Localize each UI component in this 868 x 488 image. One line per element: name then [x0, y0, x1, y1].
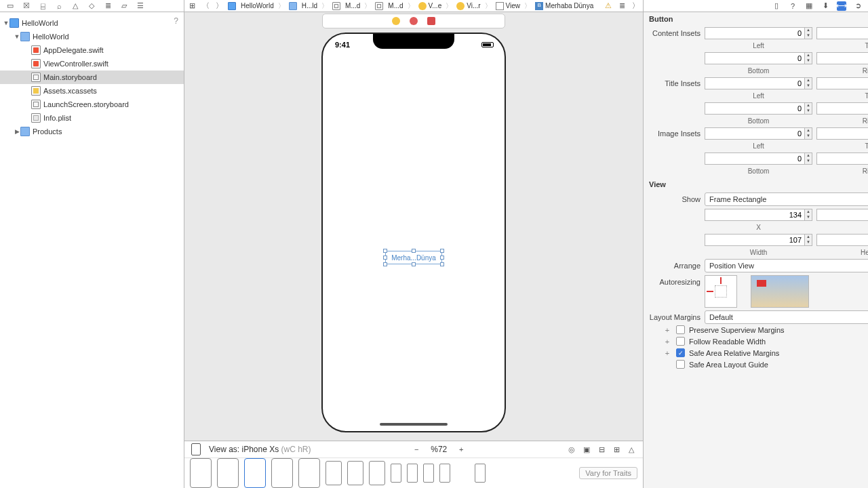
related-items-icon[interactable]: ⊞	[187, 1, 197, 11]
resize-handle[interactable]	[412, 249, 416, 253]
device-thumb[interactable]	[326, 461, 342, 485]
crumb-button[interactable]: BMerhaba Dünya	[535, 2, 593, 10]
device-thumb[interactable]	[369, 461, 385, 485]
zoom-in-button[interactable]: +	[455, 443, 467, 455]
debug-icon[interactable]: ≣	[103, 1, 113, 11]
safearea-relative-row[interactable]: + ✓ Safe Area Relative Margins	[644, 347, 868, 359]
device-thumb[interactable]	[190, 458, 212, 488]
folder-icon[interactable]: ▭	[5, 1, 15, 11]
back-icon[interactable]: 〈	[201, 1, 210, 11]
device-thumb[interactable]	[407, 464, 418, 483]
scene-dock[interactable]	[322, 14, 505, 28]
next-icon[interactable]: 〉	[631, 1, 640, 11]
crumb-vc[interactable]: Vi...r	[456, 2, 480, 10]
checkbox[interactable]	[676, 337, 685, 346]
outline-icon[interactable]: ≣	[617, 1, 627, 11]
ii-left-input[interactable]: ▲▼	[705, 127, 812, 140]
resize-handle[interactable]	[383, 249, 387, 253]
selected-button[interactable]: Merha...Dünya	[385, 251, 442, 264]
device-thumb[interactable]	[298, 458, 320, 488]
quickhelp-icon[interactable]: ?	[788, 1, 797, 11]
search-icon[interactable]: ⌕	[54, 1, 64, 11]
first-responder-icon[interactable]	[410, 17, 418, 25]
breakpoint-icon[interactable]: ▱	[119, 1, 129, 11]
plus-icon[interactable]: +	[663, 326, 672, 334]
file-inspector-icon[interactable]: ▯	[772, 1, 781, 11]
plus-icon[interactable]: +	[663, 349, 672, 357]
connections-inspector-icon[interactable]: ➲	[853, 1, 863, 11]
autoresizing-control[interactable]	[705, 275, 737, 308]
resolve-icon[interactable]: △	[627, 445, 636, 454]
layout-margins-select[interactable]: Default▾	[705, 310, 868, 324]
update-frames-icon[interactable]: ◎	[567, 445, 576, 454]
resize-handle[interactable]	[383, 256, 387, 260]
show-select[interactable]: Frame Rectangle▾	[705, 192, 868, 206]
ci-bottom-input[interactable]: ▲▼	[705, 52, 812, 64]
crumb-group[interactable]: H...ld	[289, 2, 317, 10]
x-input[interactable]: ▲▼	[705, 209, 812, 221]
device-thumb[interactable]	[347, 461, 363, 485]
device-thumb[interactable]	[475, 464, 486, 483]
width-input[interactable]: ▲▼	[705, 234, 812, 246]
ti-bottom-input[interactable]: ▲▼	[705, 102, 812, 115]
disclosure-icon[interactable]: ▼	[14, 33, 20, 40]
ci-left-input[interactable]: ▲▼	[705, 27, 812, 39]
exit-icon[interactable]	[427, 17, 435, 25]
y-input[interactable]: ▲▼	[816, 209, 868, 221]
zoom-out-button[interactable]: −	[410, 443, 422, 455]
ti-top-input[interactable]: ▲▼	[816, 77, 868, 89]
help-icon[interactable]: ?	[174, 16, 178, 26]
checkbox[interactable]: ✓	[676, 348, 685, 357]
embed-icon[interactable]: ▣	[582, 445, 591, 454]
size-inspector-icon[interactable]: ⟷	[837, 1, 846, 11]
sourcecontrol-icon[interactable]: ☒	[22, 1, 31, 11]
resize-handle[interactable]	[383, 262, 387, 266]
resize-handle[interactable]	[412, 262, 416, 266]
readable-width-row[interactable]: + Follow Readable Width	[644, 336, 868, 347]
nav-file-row[interactable]: AppDelegate.swift	[0, 43, 184, 57]
device-thumb[interactable]	[271, 458, 293, 488]
crumb-scene[interactable]: V...e	[418, 2, 442, 10]
device-thumb[interactable]	[423, 464, 434, 483]
align-icon[interactable]: ⊟	[597, 445, 606, 454]
safearea-guide-row[interactable]: Safe Area Layout Guide	[644, 359, 868, 370]
device-thumb[interactable]	[217, 458, 239, 488]
disclosure-icon[interactable]: ▼	[3, 20, 9, 26]
height-input[interactable]: ▲▼	[816, 234, 868, 246]
view-as-label[interactable]: View as: iPhone Xs (wC hR)	[209, 445, 311, 454]
crumb-view[interactable]: View	[496, 2, 521, 10]
vary-traits-button[interactable]: Vary for Traits	[579, 467, 637, 479]
ci-top-input[interactable]: ▲▼	[816, 27, 868, 39]
checkbox[interactable]	[676, 325, 685, 334]
attributes-inspector-icon[interactable]: ⬇	[821, 1, 830, 11]
symbol-icon[interactable]: ⌸	[38, 1, 47, 11]
nav-file-row[interactable]: Main.storyboard	[0, 70, 184, 84]
ib-canvas[interactable]: → 9:41 Merha...Dünya	[184, 12, 643, 441]
plus-icon[interactable]: +	[663, 338, 672, 346]
arrange-select[interactable]: Position View▾	[705, 259, 868, 272]
nav-file-row[interactable]: LaunchScreen.storyboard	[0, 98, 184, 111]
crumb-project[interactable]: HelloWorld	[228, 2, 274, 10]
warning-icon[interactable]: ⚠	[604, 1, 613, 11]
forward-icon[interactable]: 〉	[214, 1, 224, 11]
crumb-sb2[interactable]: M...d	[375, 2, 403, 10]
nav-file-row[interactable]: Assets.xcassets	[0, 84, 184, 98]
ii-top-input[interactable]: ▲▼	[816, 127, 868, 140]
ci-right-input[interactable]: ▲▼	[816, 52, 868, 64]
identity-inspector-icon[interactable]: ▦	[804, 1, 814, 11]
issue-icon[interactable]: △	[71, 1, 80, 11]
resize-handle[interactable]	[440, 262, 444, 266]
vc-icon[interactable]	[392, 17, 400, 25]
device-thumb[interactable]	[439, 464, 450, 483]
nav-group-row[interactable]: ▼ HelloWorld	[0, 30, 184, 43]
nav-products-row[interactable]: ▶ Products	[0, 125, 184, 138]
ti-right-input[interactable]: ▲▼	[816, 102, 868, 115]
resize-handle[interactable]	[440, 256, 444, 260]
device-thumb-selected[interactable]	[244, 458, 266, 488]
ii-bottom-input[interactable]: ▲▼	[705, 152, 812, 165]
preserve-margins-row[interactable]: + Preserve Superview Margins	[644, 324, 868, 336]
device-thumb[interactable]	[391, 464, 401, 483]
ti-left-input[interactable]: ▲▼	[705, 77, 812, 89]
nav-project-row[interactable]: ▼ HelloWorld	[0, 16, 184, 30]
zoom-value[interactable]: %72	[431, 445, 447, 454]
